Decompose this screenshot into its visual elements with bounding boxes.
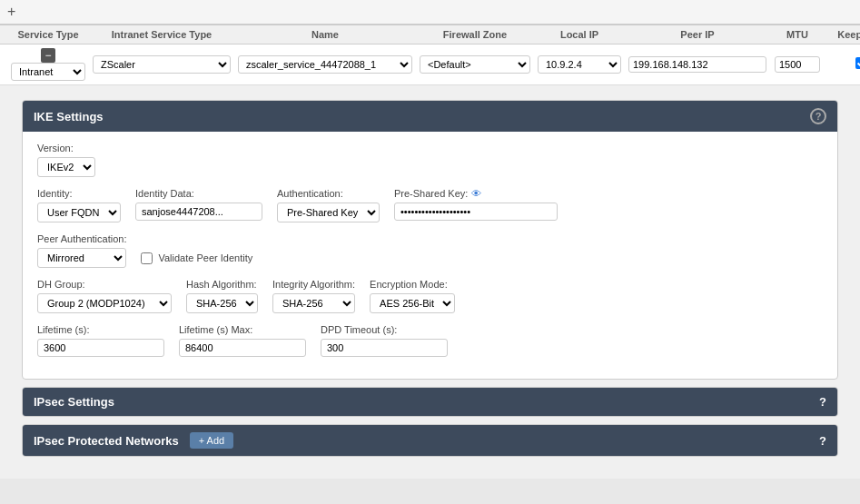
col-intranet-service-type: Intranet Service Type xyxy=(89,29,234,40)
ipsec-settings-help-icon[interactable]: ? xyxy=(819,395,826,409)
row-cell-mtu: 1500 xyxy=(770,56,825,73)
row-cell-name: zscaler_service_44472088_1 xyxy=(234,55,416,74)
hash-algo-group: Hash Algorithm: SHA-256 MD5 SHA-1 xyxy=(186,279,258,313)
pre-shared-key-label: Pre-Shared Key: 👁 xyxy=(394,188,558,199)
row-cell-peer-ip: 199.168.148.132 xyxy=(625,56,770,73)
col-keepalive: Keepalive xyxy=(825,29,860,40)
dpd-timeout-label: DPD Timeout (s): xyxy=(321,324,448,335)
row-cell-local-ip: 10.9.2.4 xyxy=(534,55,625,74)
validate-peer-group: Validate Peer Identity xyxy=(141,252,252,264)
integrity-algo-group: Integrity Algorithm: SHA-256 MD5 SHA-1 xyxy=(272,279,355,313)
ipsec-protected-help-icon[interactable]: ? xyxy=(819,434,826,448)
eye-icon[interactable]: 👁 xyxy=(471,188,481,199)
peer-ip-input[interactable]: 199.168.148.132 xyxy=(628,56,766,73)
table-row: − Intranet ZScaler zscaler_service_44472… xyxy=(0,44,860,85)
ike-settings-title: IKE Settings xyxy=(34,110,104,124)
lifetime-max-group: Lifetime (s) Max: 86400 xyxy=(179,324,306,357)
authentication-label: Authentication: xyxy=(277,188,380,199)
pre-shared-key-input[interactable] xyxy=(394,203,558,221)
validate-peer-checkbox[interactable] xyxy=(141,252,153,264)
identity-select[interactable]: User FQDN IP Address FQDN xyxy=(37,203,121,222)
firewall-zone-select[interactable]: <Default> xyxy=(420,55,530,74)
ike-settings-section: IKE Settings ? Version: IKEv2 IKEv1 Iden… xyxy=(22,100,838,380)
top-bar: + xyxy=(0,0,860,25)
lifetime-label: Lifetime (s): xyxy=(37,324,164,335)
ike-settings-header: IKE Settings ? xyxy=(23,101,837,132)
version-select[interactable]: IKEv2 IKEv1 xyxy=(37,157,95,177)
integrity-algo-select[interactable]: SHA-256 MD5 SHA-1 xyxy=(272,293,355,313)
version-group: Version: IKEv2 IKEv1 xyxy=(37,143,95,177)
col-service-type: Service Type xyxy=(7,29,89,40)
remove-row-button[interactable]: − xyxy=(41,48,55,63)
dpd-timeout-group: DPD Timeout (s): 300 xyxy=(321,324,448,357)
local-ip-select[interactable]: 10.9.2.4 xyxy=(538,55,621,74)
dpd-timeout-input[interactable]: 300 xyxy=(321,339,448,357)
ipsec-settings-section: IPsec Settings ? xyxy=(22,387,838,417)
peer-auth-group: Peer Authentication: Mirrored User FQDN … xyxy=(37,233,126,268)
authentication-group: Authentication: Pre-Shared Key RSA Signa… xyxy=(277,188,380,222)
identity-data-group: Identity Data: sanjose4447208... xyxy=(135,188,262,221)
lifetime-max-label: Lifetime (s) Max: xyxy=(179,324,306,335)
col-firewall-zone: Firewall Zone xyxy=(416,29,534,40)
ipsec-settings-header: IPsec Settings ? xyxy=(23,388,837,416)
dh-group-label: DH Group: xyxy=(37,279,172,290)
keepalive-checkbox[interactable] xyxy=(855,57,861,69)
version-label: Version: xyxy=(37,143,95,153)
integrity-algo-label: Integrity Algorithm: xyxy=(272,279,355,290)
identity-data-label: Identity Data: xyxy=(135,188,262,199)
encryption-mode-label: Encryption Mode: xyxy=(370,279,455,290)
ipsec-protected-title: IPsec Protected Networks xyxy=(34,434,179,448)
validate-peer-label: Validate Peer Identity xyxy=(158,252,252,263)
add-network-button[interactable]: + Add xyxy=(190,432,233,449)
row-cell-firewall-zone: <Default> xyxy=(416,55,534,74)
col-name: Name xyxy=(234,29,416,40)
hash-algo-select[interactable]: SHA-256 MD5 SHA-1 xyxy=(186,293,258,313)
authentication-select[interactable]: Pre-Shared Key RSA Signature xyxy=(277,203,380,222)
identity-label: Identity: xyxy=(37,188,121,199)
ipsec-protected-section: IPsec Protected Networks + Add ? xyxy=(22,424,838,457)
peer-auth-label: Peer Authentication: xyxy=(37,233,126,244)
lifetime-group: Lifetime (s): 3600 xyxy=(37,324,164,357)
col-mtu: MTU xyxy=(770,29,825,40)
row-cell-intranet-type: ZScaler xyxy=(89,55,234,74)
dh-group-group: DH Group: Group 2 (MODP1024) Group 1 (MO… xyxy=(37,279,172,313)
pre-shared-key-group: Pre-Shared Key: 👁 xyxy=(394,188,558,221)
encryption-mode-select[interactable]: AES 256-Bit AES 128-Bit AES 192-Bit 3DES xyxy=(370,293,455,313)
encryption-mode-group: Encryption Mode: AES 256-Bit AES 128-Bit… xyxy=(370,279,455,313)
row-cell-service-type: − Intranet xyxy=(7,48,89,81)
peer-auth-select[interactable]: Mirrored User FQDN IP Address xyxy=(37,248,126,268)
ipsec-settings-title: IPsec Settings xyxy=(34,395,114,409)
identity-group: Identity: User FQDN IP Address FQDN xyxy=(37,188,121,222)
name-select[interactable]: zscaler_service_44472088_1 xyxy=(238,55,412,74)
dh-group-select[interactable]: Group 2 (MODP1024) Group 1 (MODP768) Gro… xyxy=(37,293,172,313)
mtu-input[interactable]: 1500 xyxy=(775,56,820,73)
ipsec-protected-header: IPsec Protected Networks + Add ? xyxy=(23,425,837,456)
col-local-ip: Local IP xyxy=(534,29,625,40)
identity-data-input[interactable]: sanjose4447208... xyxy=(135,203,262,221)
add-icon[interactable]: + xyxy=(7,4,15,20)
row-cell-keepalive xyxy=(825,57,860,72)
lifetime-max-input[interactable]: 86400 xyxy=(179,339,306,357)
lifetime-input[interactable]: 3600 xyxy=(37,339,164,357)
service-type-select[interactable]: Intranet xyxy=(11,63,85,81)
intranet-service-type-select[interactable]: ZScaler xyxy=(93,55,231,74)
ike-settings-help-icon[interactable]: ? xyxy=(810,108,826,124)
table-header: Service Type Intranet Service Type Name … xyxy=(0,25,860,44)
col-peer-ip: Peer IP xyxy=(625,29,770,40)
hash-algo-label: Hash Algorithm: xyxy=(186,279,258,290)
